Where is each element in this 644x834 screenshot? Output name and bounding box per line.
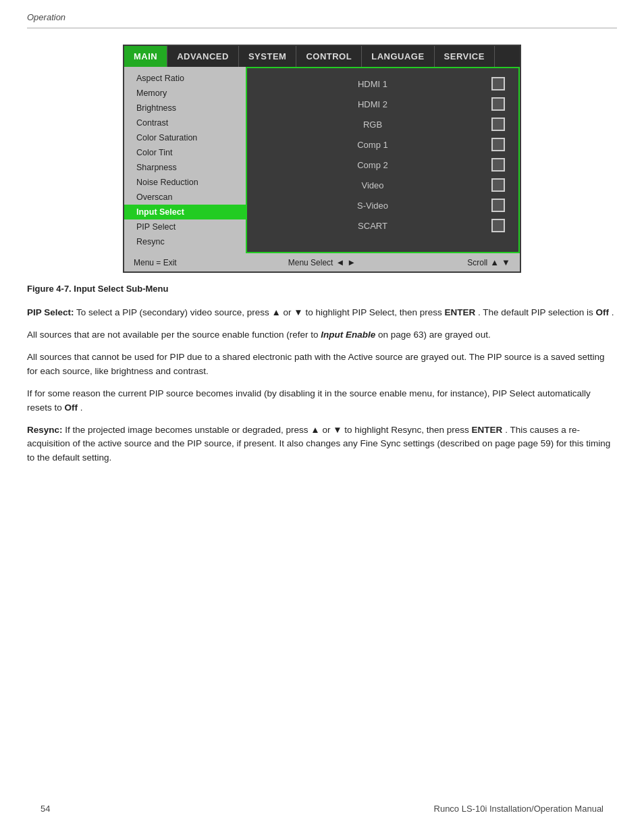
down-arrow-icon[interactable]: ▼ [502,257,510,267]
checkbox-hdmi2[interactable] [491,97,505,111]
menu-footer: Menu = Exit Menu Select ◄ ► Scroll ▲ ▼ [124,253,520,271]
input-label-scart: SCART [274,221,471,231]
right-arrow-icon[interactable]: ► [347,257,356,267]
tab-main[interactable]: MAIN [124,46,167,67]
figure-caption: Figure 4-7. Input Select Sub-Menu [27,284,617,294]
footer-scroll-label: Scroll [467,258,487,267]
menu-item-input-select[interactable]: Input Select [124,205,246,219]
checkbox-hdmi1[interactable] [491,77,505,90]
tab-service[interactable]: SERVICE [435,46,495,67]
if-reason-text2: . [80,402,83,413]
menu-box: MAIN ADVANCED SYSTEM CONTROL LANGUAGE SE… [123,45,521,273]
input-row-rgb: RGB [247,114,518,134]
checkbox-comp2[interactable] [491,158,505,172]
pip-select-text3: . [612,307,614,317]
pip-select-text2: . The default PIP selection is [478,307,595,317]
input-row-comp2: Comp 2 [247,155,518,175]
menu-item-overscan[interactable]: Overscan [124,190,246,205]
input-enable-italic-bold: Input Enable [321,330,375,340]
menu-item-color-saturation[interactable]: Color Saturation [124,130,246,145]
footer-center: Menu Select ◄ ► [288,257,356,267]
menu-content: Aspect Ratio Memory Brightness Contrast … [124,67,520,253]
menu-screenshot: MAIN ADVANCED SYSTEM CONTROL LANGUAGE SE… [27,45,617,273]
tab-advanced[interactable]: ADVANCED [167,46,239,67]
menu-item-contrast[interactable]: Contrast [124,115,246,130]
resync-bold-intro: Resync: [27,425,63,435]
resync-text1: If the projected image becomes unstable … [65,425,471,435]
checkbox-video[interactable] [491,178,505,192]
input-row-svideo: S-Video [247,195,518,215]
if-reason-off: Off [65,402,78,413]
menu-item-noise-reduction[interactable]: Noise Reduction [124,175,246,190]
checkbox-scart[interactable] [491,219,505,232]
tab-control[interactable]: CONTROL [296,46,362,67]
menu-item-color-tint[interactable]: Color Tint [124,145,246,160]
breadcrumb-text: Operation [27,12,65,22]
input-label-comp2: Comp 2 [274,160,471,170]
tab-language[interactable]: LANGUAGE [362,46,434,67]
menu-tabs: MAIN ADVANCED SYSTEM CONTROL LANGUAGE SE… [124,46,520,67]
pip-select-enter: ENTER [445,307,476,317]
input-row-hdmi1: HDMI 1 [247,74,518,94]
manual-title: Runco LS-10i Installation/Operation Manu… [434,804,603,814]
input-row-hdmi2: HDMI 2 [247,94,518,114]
input-row-video: Video [247,175,518,195]
checkbox-rgb[interactable] [491,118,505,131]
page-number: 54 [41,804,50,814]
input-row-scart: SCART [247,215,518,236]
footer-exit: Menu = Exit [134,258,177,267]
footer-right: Scroll ▲ ▼ [467,257,510,267]
pip-select-text1: To select a PIP (secondary) video source… [76,307,445,317]
input-label-comp1: Comp 1 [274,140,471,150]
menu-item-pip-select[interactable]: PIP Select [124,219,246,234]
input-row-comp1: Comp 1 [247,134,518,155]
input-label-hdmi1: HDMI 1 [274,79,471,89]
pip-select-bold-intro: PIP Select: [27,307,74,317]
menu-item-sharpness[interactable]: Sharpness [124,160,246,175]
input-label-rgb: RGB [274,120,471,130]
checkbox-comp1[interactable] [491,138,505,151]
checkbox-svideo[interactable] [491,199,505,212]
menu-item-memory[interactable]: Memory [124,86,246,101]
resync-paragraph: Resync: If the projected image becomes u… [27,423,617,466]
tab-system[interactable]: SYSTEM [239,46,296,67]
page-header: Operation [0,0,644,28]
input-label-hdmi2: HDMI 2 [274,99,471,109]
pip-select-off: Off [595,307,609,317]
menu-left-column: Aspect Ratio Memory Brightness Contrast … [124,67,246,253]
if-reason-text1: If for some reason the current PIP sourc… [27,388,591,413]
all-sources-1-text1: All sources that are not available per t… [27,330,321,340]
all-sources-1-paragraph: All sources that are not available per t… [27,328,617,342]
menu-item-aspect-ratio[interactable]: Aspect Ratio [124,71,246,86]
up-arrow-icon[interactable]: ▲ [490,257,499,267]
if-reason-paragraph: If for some reason the current PIP sourc… [27,387,617,415]
input-label-video: Video [274,180,471,190]
menu-item-brightness[interactable]: Brightness [124,101,246,115]
top-divider [27,28,617,28]
menu-item-resync[interactable]: Resync [124,234,246,249]
all-sources-2-text: All sources that cannot be used for PIP … [27,352,605,376]
resync-enter: ENTER [472,425,503,435]
all-sources-2-paragraph: All sources that cannot be used for PIP … [27,350,617,379]
page-footer: 54 Runco LS-10i Installation/Operation M… [0,804,644,814]
menu-right-column: HDMI 1 HDMI 2 RGB Comp 1 Comp 2 [246,67,520,253]
left-arrow-icon[interactable]: ◄ [336,257,344,267]
pip-select-paragraph: PIP Select: To select a PIP (secondary) … [27,306,617,320]
all-sources-1-text2: on page 63) are grayed out. [378,330,491,340]
input-label-svideo: S-Video [274,201,471,211]
footer-menu-select-label: Menu Select [288,258,333,267]
